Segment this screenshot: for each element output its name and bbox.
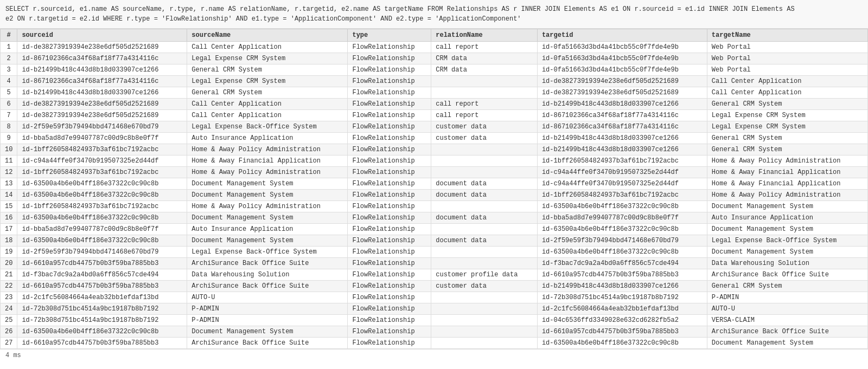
table-cell: document data (431, 212, 538, 224)
table-cell: FlowRelationship (348, 235, 431, 247)
table-cell: ArchiSurance Back Office Suite (187, 258, 348, 269)
table-row: 5id-b21499b418c443d8b18d033907ce1266Gene… (1, 87, 868, 99)
table-cell: Legal Expense CRM System (707, 121, 867, 133)
table-cell: 8 (1, 121, 17, 133)
table-cell: Call Center Application (187, 42, 348, 53)
table-cell: 5 (1, 87, 17, 99)
table-cell: id-0fa51663d3bd4a41bcb55c0f7fde4e9b (537, 53, 707, 64)
table-cell: CRM data (431, 53, 538, 64)
table-cell: 23 (1, 292, 17, 303)
table-cell: FlowRelationship (348, 247, 431, 258)
table-cell: General CRM System (707, 133, 867, 144)
table-row: 10id-1bff260584824937b3af61bc7192acbcHom… (1, 144, 868, 156)
table-cell (431, 224, 538, 235)
table-cell: document data (431, 235, 538, 247)
table-cell (431, 247, 538, 258)
table-cell: id-c94a44ffe0f3470b919507325e2d44df (537, 178, 707, 190)
table-cell: FlowRelationship (348, 87, 431, 99)
table-cell: id-867102366ca34f68af18f77a4314116c (17, 53, 187, 64)
table-cell: General CRM System (707, 281, 867, 292)
table-row: 17id-bba5ad8d7e99407787c00d9c8b8e0f7fAut… (1, 224, 868, 235)
table-cell: Legal Expense CRM System (707, 110, 867, 121)
table-row: 4id-867102366ca34f68af18f77a4314116cLega… (1, 76, 868, 87)
table-cell: 22 (1, 281, 17, 292)
table-row: 26id-63500a4b6e0b4ff186e37322c0c90c8bDoc… (1, 326, 868, 338)
table-cell (431, 144, 538, 156)
table-cell: FlowRelationship (348, 42, 431, 53)
table-cell: FlowRelationship (348, 303, 431, 315)
table-cell: id-bba5ad8d7e99407787c00d9c8b8e0f7f (537, 212, 707, 224)
table-cell: id-72b308d751bc4514a9bc19187b8b7192 (537, 292, 707, 303)
table-cell: 15 (1, 201, 17, 212)
table-cell: id-6610a957cdb44757b0b3f59ba7885bb3 (17, 258, 187, 269)
table-cell: FlowRelationship (348, 292, 431, 303)
table-cell: id-6610a957cdb44757b0b3f59ba7885bb3 (17, 338, 187, 349)
table-cell: id-2f59e59f3b79494bbd471468e670bd79 (537, 235, 707, 247)
table-cell: 13 (1, 178, 17, 190)
table-cell: FlowRelationship (348, 99, 431, 110)
table-cell: id-0fa51663d3bd4a41bcb55c0f7fde4e9b (537, 42, 707, 53)
table-row: 24id-72b308d751bc4514a9bc19187b8b7192P-A… (1, 303, 868, 315)
table-row: 9id-bba5ad8d7e99407787c00d9c8b8e0f7fAuto… (1, 133, 868, 144)
table-cell: id-bba5ad8d7e99407787c00d9c8b8e0f7f (17, 133, 187, 144)
table-cell (431, 315, 538, 326)
table-cell: id-63500a4b6e0b4ff186e37322c0c90c8b (17, 178, 187, 190)
table-cell: FlowRelationship (348, 269, 431, 281)
table-cell (431, 156, 538, 167)
table-cell: id-c94a44ffe0f3470b919507325e2d44df (537, 167, 707, 178)
table-cell: FlowRelationship (348, 338, 431, 349)
table-cell: id-867102366ca34f68af18f77a4314116c (17, 76, 187, 87)
table-cell: id-04c6536ffd3349028e632cd6282fb5a2 (537, 315, 707, 326)
table-cell: 18 (1, 235, 17, 247)
table-row: 21id-f3bac7dc9a2a4bd0a6ff856c57cde494Dat… (1, 269, 868, 281)
table-cell: Document Management System (707, 224, 867, 235)
table-cell: FlowRelationship (348, 258, 431, 269)
table-cell: id-63500a4b6e0b4ff186e37322c0c90c8b (537, 224, 707, 235)
table-cell: Auto Insurance Application (187, 133, 348, 144)
table-cell: 20 (1, 258, 17, 269)
table-cell: FlowRelationship (348, 110, 431, 121)
table-row: 23id-2c1fc56084664a4eab32bb1efdaf13bdAUT… (1, 292, 868, 303)
table-cell: Legal Expense CRM System (187, 53, 348, 64)
table-cell: General CRM System (187, 64, 348, 76)
table-cell: Home & Away Financial Application (707, 178, 867, 190)
table-cell: id-6610a957cdb44757b0b3f59ba7885bb3 (537, 269, 707, 281)
table-cell: id-1bff260584824937b3af61bc7192acbc (537, 190, 707, 201)
table-cell: id-63500a4b6e0b4ff186e37322c0c90c8b (537, 247, 707, 258)
table-cell: ArchiSurance Back Office Suite (187, 281, 348, 292)
sql-query: SELECT r.sourceid, e1.name AS sourceName… (0, 0, 868, 29)
table-cell: id-de38273919394e238e6df505d2521689 (537, 87, 707, 99)
table-cell: Call Center Application (187, 99, 348, 110)
table-cell: FlowRelationship (348, 178, 431, 190)
table-cell: id-bba5ad8d7e99407787c00d9c8b8e0f7f (17, 224, 187, 235)
table-row: 12id-1bff260584824937b3af61bc7192acbcHom… (1, 167, 868, 178)
table-cell: Data Warehousing Solution (707, 258, 867, 269)
table-cell: FlowRelationship (348, 167, 431, 178)
results-table-container: # sourceid sourceName type relationName … (0, 29, 868, 349)
table-row: 6id-de38273919394e238e6df505d2521689Call… (1, 99, 868, 110)
table-row: 27id-6610a957cdb44757b0b3f59ba7885bb3Arc… (1, 338, 868, 349)
table-cell: id-de38273919394e238e6df505d2521689 (17, 110, 187, 121)
table-cell: id-6610a957cdb44757b0b3f59ba7885bb3 (17, 281, 187, 292)
table-cell: FlowRelationship (348, 212, 431, 224)
table-cell: 27 (1, 338, 17, 349)
table-row: 16id-63500a4b6e0b4ff186e37322c0c90c8bDoc… (1, 212, 868, 224)
table-cell (431, 292, 538, 303)
results-table: # sourceid sourceName type relationName … (0, 29, 868, 349)
table-cell: id-0fa51663d3bd4a41bcb55c0f7fde4e9b (537, 64, 707, 76)
table-cell: id-63500a4b6e0b4ff186e37322c0c90c8b (17, 235, 187, 247)
table-row: 11id-c94a44ffe0f3470b919507325e2d44dfHom… (1, 156, 868, 167)
table-cell: ArchiSurance Back Office Suite (707, 269, 867, 281)
table-row: 18id-63500a4b6e0b4ff186e37322c0c90c8bDoc… (1, 235, 868, 247)
table-cell: Document Management System (187, 235, 348, 247)
table-cell: id-72b308d751bc4514a9bc19187b8b7192 (17, 315, 187, 326)
table-cell: document data (431, 190, 538, 201)
table-cell: id-1bff260584824937b3af61bc7192acbc (17, 201, 187, 212)
header-row: # sourceid sourceName type relationName … (1, 29, 868, 42)
col-header-type: type (348, 29, 431, 42)
table-cell: Auto Insurance Application (707, 212, 867, 224)
table-cell: FlowRelationship (348, 64, 431, 76)
table-cell: Legal Expense Back-Office System (187, 121, 348, 133)
table-cell (431, 87, 538, 99)
table-cell: Legal Expense CRM System (187, 76, 348, 87)
